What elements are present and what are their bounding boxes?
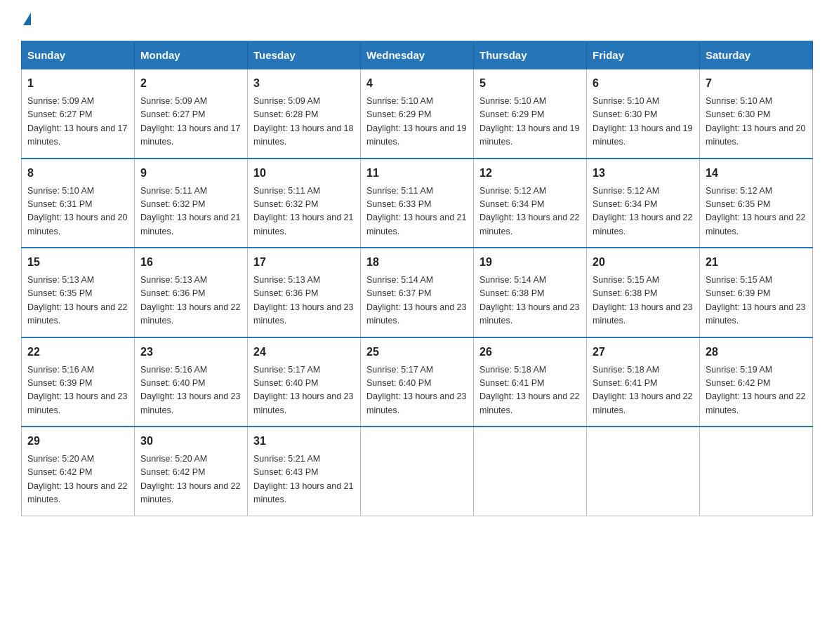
day-info: Sunrise: 5:15 AMSunset: 6:39 PMDaylight:…	[706, 275, 805, 326]
day-number: 13	[593, 165, 694, 182]
column-header-monday: Monday	[135, 41, 248, 69]
day-info: Sunrise: 5:09 AMSunset: 6:28 PMDaylight:…	[253, 96, 353, 147]
calendar-week-row: 1Sunrise: 5:09 AMSunset: 6:27 PMDaylight…	[22, 69, 813, 159]
day-number: 3	[253, 75, 355, 92]
day-number: 26	[479, 344, 581, 361]
column-header-friday: Friday	[587, 41, 700, 69]
calendar-cell: 10Sunrise: 5:11 AMSunset: 6:32 PMDayligh…	[248, 159, 361, 248]
calendar-cell: 27Sunrise: 5:18 AMSunset: 6:41 PMDayligh…	[587, 337, 700, 427]
calendar-cell: 16Sunrise: 5:13 AMSunset: 6:36 PMDayligh…	[135, 248, 248, 337]
calendar-cell: 2Sunrise: 5:09 AMSunset: 6:27 PMDaylight…	[135, 69, 248, 159]
day-number: 20	[593, 254, 694, 271]
day-number: 27	[593, 344, 694, 361]
day-info: Sunrise: 5:18 AMSunset: 6:41 PMDaylight:…	[479, 365, 579, 415]
day-number: 23	[140, 344, 241, 361]
day-info: Sunrise: 5:12 AMSunset: 6:35 PMDaylight:…	[706, 186, 805, 236]
day-number: 15	[27, 254, 128, 271]
calendar-cell	[700, 427, 813, 516]
day-info: Sunrise: 5:19 AMSunset: 6:42 PMDaylight:…	[706, 365, 805, 415]
calendar-table: SundayMondayTuesdayWednesdayThursdayFrid…	[21, 41, 813, 516]
day-info: Sunrise: 5:13 AMSunset: 6:36 PMDaylight:…	[253, 275, 353, 326]
day-number: 17	[253, 254, 355, 271]
day-info: Sunrise: 5:13 AMSunset: 6:36 PMDaylight:…	[140, 275, 240, 326]
day-info: Sunrise: 5:11 AMSunset: 6:32 PMDaylight:…	[253, 186, 353, 236]
calendar-header-row: SundayMondayTuesdayWednesdayThursdayFrid…	[22, 41, 813, 69]
day-info: Sunrise: 5:14 AMSunset: 6:37 PMDaylight:…	[366, 275, 466, 326]
day-info: Sunrise: 5:10 AMSunset: 6:29 PMDaylight:…	[366, 96, 466, 147]
calendar-cell: 3Sunrise: 5:09 AMSunset: 6:28 PMDaylight…	[248, 69, 361, 159]
day-info: Sunrise: 5:10 AMSunset: 6:31 PMDaylight:…	[27, 186, 127, 236]
day-info: Sunrise: 5:12 AMSunset: 6:34 PMDaylight:…	[593, 186, 692, 236]
page-header	[21, 14, 813, 27]
day-info: Sunrise: 5:13 AMSunset: 6:35 PMDaylight:…	[27, 275, 127, 326]
calendar-cell: 14Sunrise: 5:12 AMSunset: 6:35 PMDayligh…	[700, 159, 813, 248]
column-header-wednesday: Wednesday	[361, 41, 474, 69]
calendar-cell: 22Sunrise: 5:16 AMSunset: 6:39 PMDayligh…	[22, 337, 135, 427]
day-info: Sunrise: 5:17 AMSunset: 6:40 PMDaylight:…	[253, 365, 353, 415]
calendar-week-row: 15Sunrise: 5:13 AMSunset: 6:35 PMDayligh…	[22, 248, 813, 337]
day-info: Sunrise: 5:10 AMSunset: 6:30 PMDaylight:…	[593, 96, 692, 147]
day-info: Sunrise: 5:15 AMSunset: 6:38 PMDaylight:…	[593, 275, 692, 326]
day-number: 16	[140, 254, 241, 271]
calendar-cell: 15Sunrise: 5:13 AMSunset: 6:35 PMDayligh…	[22, 248, 135, 337]
calendar-week-row: 22Sunrise: 5:16 AMSunset: 6:39 PMDayligh…	[22, 337, 813, 427]
calendar-cell	[587, 427, 700, 516]
day-number: 7	[706, 75, 807, 92]
calendar-cell: 5Sunrise: 5:10 AMSunset: 6:29 PMDaylight…	[474, 69, 587, 159]
day-number: 12	[479, 165, 581, 182]
calendar-cell: 25Sunrise: 5:17 AMSunset: 6:40 PMDayligh…	[361, 337, 474, 427]
day-info: Sunrise: 5:09 AMSunset: 6:27 PMDaylight:…	[140, 96, 240, 147]
logo	[21, 14, 31, 27]
calendar-cell: 9Sunrise: 5:11 AMSunset: 6:32 PMDaylight…	[135, 159, 248, 248]
day-info: Sunrise: 5:17 AMSunset: 6:40 PMDaylight:…	[366, 365, 466, 415]
calendar-cell: 23Sunrise: 5:16 AMSunset: 6:40 PMDayligh…	[135, 337, 248, 427]
calendar-cell: 21Sunrise: 5:15 AMSunset: 6:39 PMDayligh…	[700, 248, 813, 337]
day-number: 4	[366, 75, 468, 92]
day-info: Sunrise: 5:11 AMSunset: 6:33 PMDaylight:…	[366, 186, 466, 236]
day-number: 5	[479, 75, 581, 92]
day-info: Sunrise: 5:16 AMSunset: 6:40 PMDaylight:…	[140, 365, 240, 415]
calendar-week-row: 8Sunrise: 5:10 AMSunset: 6:31 PMDaylight…	[22, 159, 813, 248]
calendar-cell: 19Sunrise: 5:14 AMSunset: 6:38 PMDayligh…	[474, 248, 587, 337]
day-number: 25	[366, 344, 468, 361]
calendar-cell: 26Sunrise: 5:18 AMSunset: 6:41 PMDayligh…	[474, 337, 587, 427]
calendar-cell: 29Sunrise: 5:20 AMSunset: 6:42 PMDayligh…	[22, 427, 135, 516]
day-info: Sunrise: 5:14 AMSunset: 6:38 PMDaylight:…	[479, 275, 579, 326]
day-info: Sunrise: 5:11 AMSunset: 6:32 PMDaylight:…	[140, 186, 240, 236]
calendar-cell: 6Sunrise: 5:10 AMSunset: 6:30 PMDaylight…	[587, 69, 700, 159]
day-info: Sunrise: 5:10 AMSunset: 6:30 PMDaylight:…	[706, 96, 805, 147]
calendar-cell	[361, 427, 474, 516]
calendar-week-row: 29Sunrise: 5:20 AMSunset: 6:42 PMDayligh…	[22, 427, 813, 516]
calendar-cell: 17Sunrise: 5:13 AMSunset: 6:36 PMDayligh…	[248, 248, 361, 337]
day-number: 1	[27, 75, 128, 92]
column-header-thursday: Thursday	[474, 41, 587, 69]
calendar-cell: 13Sunrise: 5:12 AMSunset: 6:34 PMDayligh…	[587, 159, 700, 248]
day-number: 18	[366, 254, 468, 271]
calendar-cell: 30Sunrise: 5:20 AMSunset: 6:42 PMDayligh…	[135, 427, 248, 516]
calendar-cell: 24Sunrise: 5:17 AMSunset: 6:40 PMDayligh…	[248, 337, 361, 427]
day-number: 24	[253, 344, 355, 361]
day-number: 2	[140, 75, 241, 92]
day-number: 9	[140, 165, 241, 182]
day-number: 10	[253, 165, 355, 182]
day-number: 22	[27, 344, 128, 361]
calendar-cell	[474, 427, 587, 516]
calendar-cell: 1Sunrise: 5:09 AMSunset: 6:27 PMDaylight…	[22, 69, 135, 159]
column-header-saturday: Saturday	[700, 41, 813, 69]
day-number: 31	[253, 433, 355, 450]
day-info: Sunrise: 5:21 AMSunset: 6:43 PMDaylight:…	[253, 454, 353, 504]
day-info: Sunrise: 5:12 AMSunset: 6:34 PMDaylight:…	[479, 186, 579, 236]
calendar-cell: 12Sunrise: 5:12 AMSunset: 6:34 PMDayligh…	[474, 159, 587, 248]
calendar-cell: 4Sunrise: 5:10 AMSunset: 6:29 PMDaylight…	[361, 69, 474, 159]
calendar-cell: 28Sunrise: 5:19 AMSunset: 6:42 PMDayligh…	[700, 337, 813, 427]
logo-triangle-icon	[23, 13, 31, 25]
calendar-cell: 11Sunrise: 5:11 AMSunset: 6:33 PMDayligh…	[361, 159, 474, 248]
calendar-cell: 8Sunrise: 5:10 AMSunset: 6:31 PMDaylight…	[22, 159, 135, 248]
day-number: 8	[27, 165, 128, 182]
day-number: 14	[706, 165, 807, 182]
day-info: Sunrise: 5:20 AMSunset: 6:42 PMDaylight:…	[140, 454, 240, 504]
day-number: 19	[479, 254, 581, 271]
calendar-cell: 7Sunrise: 5:10 AMSunset: 6:30 PMDaylight…	[700, 69, 813, 159]
column-header-tuesday: Tuesday	[248, 41, 361, 69]
day-number: 21	[706, 254, 807, 271]
